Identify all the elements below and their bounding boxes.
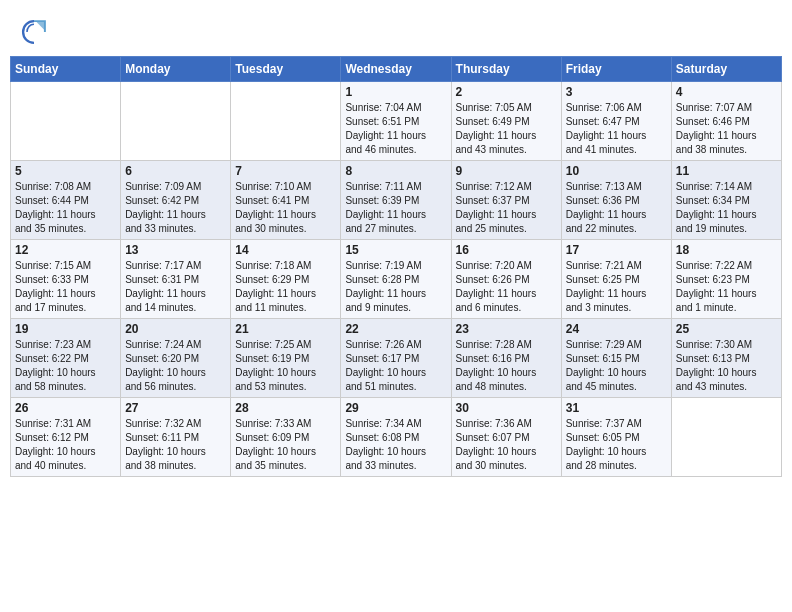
day-number: 24 — [566, 322, 667, 336]
calendar-cell: 12Sunrise: 7:15 AM Sunset: 6:33 PM Dayli… — [11, 240, 121, 319]
day-number: 22 — [345, 322, 446, 336]
calendar-cell: 2Sunrise: 7:05 AM Sunset: 6:49 PM Daylig… — [451, 82, 561, 161]
calendar-table: SundayMondayTuesdayWednesdayThursdayFrid… — [10, 56, 782, 477]
calendar-cell — [11, 82, 121, 161]
calendar-cell: 17Sunrise: 7:21 AM Sunset: 6:25 PM Dayli… — [561, 240, 671, 319]
calendar-cell: 19Sunrise: 7:23 AM Sunset: 6:22 PM Dayli… — [11, 319, 121, 398]
day-info: Sunrise: 7:26 AM Sunset: 6:17 PM Dayligh… — [345, 338, 446, 394]
day-info: Sunrise: 7:29 AM Sunset: 6:15 PM Dayligh… — [566, 338, 667, 394]
day-number: 21 — [235, 322, 336, 336]
day-number: 3 — [566, 85, 667, 99]
logo-icon — [20, 18, 48, 46]
calendar-week-row: 12Sunrise: 7:15 AM Sunset: 6:33 PM Dayli… — [11, 240, 782, 319]
calendar-cell: 11Sunrise: 7:14 AM Sunset: 6:34 PM Dayli… — [671, 161, 781, 240]
day-number: 1 — [345, 85, 446, 99]
calendar-cell — [231, 82, 341, 161]
calendar-cell: 15Sunrise: 7:19 AM Sunset: 6:28 PM Dayli… — [341, 240, 451, 319]
day-number: 25 — [676, 322, 777, 336]
day-number: 7 — [235, 164, 336, 178]
calendar-cell: 26Sunrise: 7:31 AM Sunset: 6:12 PM Dayli… — [11, 398, 121, 477]
day-number: 4 — [676, 85, 777, 99]
day-info: Sunrise: 7:24 AM Sunset: 6:20 PM Dayligh… — [125, 338, 226, 394]
day-info: Sunrise: 7:32 AM Sunset: 6:11 PM Dayligh… — [125, 417, 226, 473]
page-header — [10, 10, 782, 50]
day-number: 23 — [456, 322, 557, 336]
day-info: Sunrise: 7:10 AM Sunset: 6:41 PM Dayligh… — [235, 180, 336, 236]
day-info: Sunrise: 7:04 AM Sunset: 6:51 PM Dayligh… — [345, 101, 446, 157]
day-number: 14 — [235, 243, 336, 257]
calendar-week-row: 1Sunrise: 7:04 AM Sunset: 6:51 PM Daylig… — [11, 82, 782, 161]
day-number: 27 — [125, 401, 226, 415]
day-number: 26 — [15, 401, 116, 415]
weekday-header: Monday — [121, 57, 231, 82]
day-info: Sunrise: 7:33 AM Sunset: 6:09 PM Dayligh… — [235, 417, 336, 473]
day-number: 28 — [235, 401, 336, 415]
day-number: 29 — [345, 401, 446, 415]
day-info: Sunrise: 7:07 AM Sunset: 6:46 PM Dayligh… — [676, 101, 777, 157]
calendar-cell: 8Sunrise: 7:11 AM Sunset: 6:39 PM Daylig… — [341, 161, 451, 240]
calendar-cell: 22Sunrise: 7:26 AM Sunset: 6:17 PM Dayli… — [341, 319, 451, 398]
day-info: Sunrise: 7:23 AM Sunset: 6:22 PM Dayligh… — [15, 338, 116, 394]
weekday-header: Tuesday — [231, 57, 341, 82]
calendar-cell: 13Sunrise: 7:17 AM Sunset: 6:31 PM Dayli… — [121, 240, 231, 319]
calendar-cell — [671, 398, 781, 477]
calendar-cell: 30Sunrise: 7:36 AM Sunset: 6:07 PM Dayli… — [451, 398, 561, 477]
weekday-header: Saturday — [671, 57, 781, 82]
calendar-cell: 31Sunrise: 7:37 AM Sunset: 6:05 PM Dayli… — [561, 398, 671, 477]
calendar-cell: 21Sunrise: 7:25 AM Sunset: 6:19 PM Dayli… — [231, 319, 341, 398]
day-info: Sunrise: 7:15 AM Sunset: 6:33 PM Dayligh… — [15, 259, 116, 315]
calendar-cell: 3Sunrise: 7:06 AM Sunset: 6:47 PM Daylig… — [561, 82, 671, 161]
calendar-cell: 28Sunrise: 7:33 AM Sunset: 6:09 PM Dayli… — [231, 398, 341, 477]
day-info: Sunrise: 7:34 AM Sunset: 6:08 PM Dayligh… — [345, 417, 446, 473]
day-info: Sunrise: 7:19 AM Sunset: 6:28 PM Dayligh… — [345, 259, 446, 315]
calendar-cell: 20Sunrise: 7:24 AM Sunset: 6:20 PM Dayli… — [121, 319, 231, 398]
day-number: 19 — [15, 322, 116, 336]
day-info: Sunrise: 7:18 AM Sunset: 6:29 PM Dayligh… — [235, 259, 336, 315]
calendar-cell: 7Sunrise: 7:10 AM Sunset: 6:41 PM Daylig… — [231, 161, 341, 240]
day-info: Sunrise: 7:22 AM Sunset: 6:23 PM Dayligh… — [676, 259, 777, 315]
calendar-cell: 1Sunrise: 7:04 AM Sunset: 6:51 PM Daylig… — [341, 82, 451, 161]
day-number: 20 — [125, 322, 226, 336]
day-number: 17 — [566, 243, 667, 257]
calendar-cell: 24Sunrise: 7:29 AM Sunset: 6:15 PM Dayli… — [561, 319, 671, 398]
calendar-cell: 9Sunrise: 7:12 AM Sunset: 6:37 PM Daylig… — [451, 161, 561, 240]
weekday-header: Wednesday — [341, 57, 451, 82]
day-number: 16 — [456, 243, 557, 257]
day-info: Sunrise: 7:17 AM Sunset: 6:31 PM Dayligh… — [125, 259, 226, 315]
day-info: Sunrise: 7:36 AM Sunset: 6:07 PM Dayligh… — [456, 417, 557, 473]
day-number: 30 — [456, 401, 557, 415]
day-info: Sunrise: 7:14 AM Sunset: 6:34 PM Dayligh… — [676, 180, 777, 236]
day-number: 2 — [456, 85, 557, 99]
day-info: Sunrise: 7:06 AM Sunset: 6:47 PM Dayligh… — [566, 101, 667, 157]
weekday-header: Thursday — [451, 57, 561, 82]
day-number: 12 — [15, 243, 116, 257]
day-number: 18 — [676, 243, 777, 257]
weekday-header: Sunday — [11, 57, 121, 82]
day-info: Sunrise: 7:13 AM Sunset: 6:36 PM Dayligh… — [566, 180, 667, 236]
logo — [20, 18, 52, 46]
calendar-cell: 14Sunrise: 7:18 AM Sunset: 6:29 PM Dayli… — [231, 240, 341, 319]
day-info: Sunrise: 7:21 AM Sunset: 6:25 PM Dayligh… — [566, 259, 667, 315]
day-info: Sunrise: 7:30 AM Sunset: 6:13 PM Dayligh… — [676, 338, 777, 394]
calendar-header-row: SundayMondayTuesdayWednesdayThursdayFrid… — [11, 57, 782, 82]
day-number: 5 — [15, 164, 116, 178]
calendar-cell: 5Sunrise: 7:08 AM Sunset: 6:44 PM Daylig… — [11, 161, 121, 240]
day-number: 11 — [676, 164, 777, 178]
day-info: Sunrise: 7:20 AM Sunset: 6:26 PM Dayligh… — [456, 259, 557, 315]
calendar-cell: 10Sunrise: 7:13 AM Sunset: 6:36 PM Dayli… — [561, 161, 671, 240]
calendar-cell — [121, 82, 231, 161]
calendar-cell: 25Sunrise: 7:30 AM Sunset: 6:13 PM Dayli… — [671, 319, 781, 398]
day-number: 6 — [125, 164, 226, 178]
day-number: 9 — [456, 164, 557, 178]
day-info: Sunrise: 7:12 AM Sunset: 6:37 PM Dayligh… — [456, 180, 557, 236]
day-info: Sunrise: 7:28 AM Sunset: 6:16 PM Dayligh… — [456, 338, 557, 394]
day-number: 15 — [345, 243, 446, 257]
day-info: Sunrise: 7:25 AM Sunset: 6:19 PM Dayligh… — [235, 338, 336, 394]
calendar-cell: 18Sunrise: 7:22 AM Sunset: 6:23 PM Dayli… — [671, 240, 781, 319]
day-info: Sunrise: 7:11 AM Sunset: 6:39 PM Dayligh… — [345, 180, 446, 236]
day-number: 10 — [566, 164, 667, 178]
day-info: Sunrise: 7:37 AM Sunset: 6:05 PM Dayligh… — [566, 417, 667, 473]
calendar-cell: 16Sunrise: 7:20 AM Sunset: 6:26 PM Dayli… — [451, 240, 561, 319]
day-number: 31 — [566, 401, 667, 415]
calendar-week-row: 26Sunrise: 7:31 AM Sunset: 6:12 PM Dayli… — [11, 398, 782, 477]
